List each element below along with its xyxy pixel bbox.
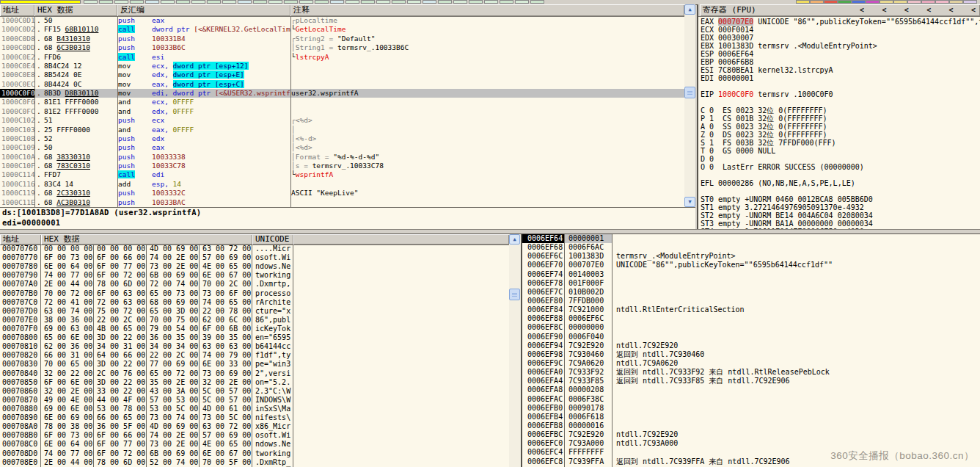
register-line[interactable]: O 0 LastErr ERROR_SUCCESS (00000000) xyxy=(701,163,980,171)
register-line[interactable]: EIP 1000C0F0 termsrv_.1000C0F0 xyxy=(701,90,980,98)
dump-row[interactable]: 0007082066 00 31 0064 00 66 0022 00 2C 0… xyxy=(0,351,509,360)
stack-row[interactable]: 0006EF987C930460返回到 ntdll.7C930460 xyxy=(522,350,980,359)
toolbar-button[interactable] xyxy=(893,0,907,4)
register-line[interactable]: P 1 CS 001B 32位 0(FFFFFFFF) xyxy=(701,115,980,123)
stack-row[interactable]: 0006EF8C00000000 xyxy=(522,323,980,332)
dump-row[interactable]: 000707E038 00 36 0022 00 2C 0070 00 75 0… xyxy=(0,316,509,325)
disasm-row[interactable]: 1000C10F.68 783C0310push10033C78│s = ter… xyxy=(0,162,684,170)
stack-row[interactable]: 0006EFAC0006F38C xyxy=(522,395,980,404)
dump-row[interactable]: 000707D063 00 74 0075 00 72 0065 00 3D 0… xyxy=(0,307,509,316)
toolbar-button[interactable] xyxy=(392,0,406,4)
toolbar-button[interactable] xyxy=(376,0,390,4)
stack-row[interactable]: 0006EFB800000016 xyxy=(522,421,980,430)
toolbar-button[interactable] xyxy=(238,0,252,4)
stack-row[interactable]: 0006EF880006EF6C xyxy=(522,314,980,323)
toolbar-button[interactable] xyxy=(515,0,529,4)
column-divider[interactable] xyxy=(117,16,118,207)
column-header-comment[interactable]: 注释 xyxy=(290,4,684,16)
register-line[interactable]: ECX 000F0014 xyxy=(701,26,980,34)
toolbar-button[interactable] xyxy=(907,0,921,4)
stack-row[interactable]: 0006EF9C7C9A0620ntdll.7C9A0620 xyxy=(522,359,980,368)
toolbar-button[interactable] xyxy=(207,0,221,4)
scroll-thumb[interactable] xyxy=(509,289,520,300)
toolbar-button[interactable] xyxy=(935,0,949,4)
dump-row[interactable]: 0007080065 00 6E 003D 00 22 0036 00 35 0… xyxy=(0,333,509,342)
disasm-row[interactable]: 1000C0F0.8B3D D8B30110movedi, dword ptr … xyxy=(0,89,684,98)
column-header-dump-unicode[interactable]: UNICODE xyxy=(252,234,293,245)
toolbar-button[interactable] xyxy=(84,0,98,4)
register-line[interactable]: EAX 000707E0 UNICODE "86"",publicKeyToke… xyxy=(701,18,980,26)
stack-row[interactable]: 0006EFBC7C92E920ntdll.7C92E920 xyxy=(522,430,980,439)
disasm-row[interactable]: 1000C0E4.8B4C24 12movecx, dword ptr [esp… xyxy=(0,62,684,70)
register-pane-chevron[interactable]: < xyxy=(971,4,976,15)
register-line[interactable]: ESI 7C80BEA1 kernel32.lstrcpyA xyxy=(701,66,980,74)
toolbar-button[interactable] xyxy=(796,0,810,4)
disasm-row[interactable]: 1000C0D8.68 B4310310push100331B4┌String2… xyxy=(0,35,684,43)
toolbar-button[interactable] xyxy=(222,0,236,4)
register-line[interactable]: D 0 xyxy=(701,155,980,163)
register-pane-chevron[interactable]: < xyxy=(926,4,931,15)
disasm-row[interactable]: 1000C116.83C4 14addesp, 14 xyxy=(0,180,684,189)
stack-row[interactable]: 0006EFA800000208 xyxy=(522,385,980,394)
register-pane-chevron[interactable]: < xyxy=(882,4,886,15)
stack-row[interactable]: 0006EFA07C933F92返回到 ntdll.7C933F92 来自 nt… xyxy=(522,368,980,377)
dump-row[interactable]: 0007076000 00 00 0000 00 00 004D 00 69 0… xyxy=(0,245,509,253)
pane-splitter[interactable] xyxy=(0,229,980,234)
column-header-dump-hex[interactable]: HEX 数据 xyxy=(41,234,252,245)
toolbar-button[interactable] xyxy=(530,0,544,4)
toolbar-button[interactable] xyxy=(268,0,282,4)
dump-row[interactable]: 000708506F 00 6E 003D 00 22 0035 00 2E 0… xyxy=(0,378,509,387)
column-header-hex[interactable]: HEX 数据 xyxy=(34,4,117,16)
toolbar-button[interactable] xyxy=(921,0,935,4)
toolbar-button[interactable] xyxy=(810,0,824,4)
dump-row[interactable]: 000707806E 00 64 006F 00 77 0073 00 2E 0… xyxy=(0,262,509,271)
disasm-row[interactable]: 1000C103.25 FFFF0000andeax, 0FFFF│ xyxy=(0,126,684,134)
register-pane-chevron[interactable]: < xyxy=(904,4,909,15)
disasm-row[interactable]: 1000C10A.68 38330310push10033338│Format … xyxy=(0,153,684,162)
disassembly-pane[interactable]: 地址 HEX 数据 反汇编 注释 1000C0D1.50pusheax┌pLoc… xyxy=(0,4,684,207)
dump-row[interactable]: 000707C072 00 41 0072 00 63 0068 00 69 0… xyxy=(0,298,509,307)
disasm-row[interactable]: 1000C0FC.81E2 FFFF0000andedx, 0FFFF xyxy=(0,107,684,116)
disasm-row[interactable]: 1000C114.FFD7calledi└wsprintfA xyxy=(0,170,684,179)
register-line[interactable]: ESP 0006EF64 xyxy=(701,50,980,58)
toolbar-button[interactable] xyxy=(361,0,375,4)
toolbar-button[interactable] xyxy=(176,0,190,4)
column-header-address[interactable]: 地址 xyxy=(0,4,34,16)
toolbar-button[interactable] xyxy=(130,0,144,4)
register-line[interactable]: ST0 empty +UNORM 0460 0012BCA8 005BB6D0 xyxy=(701,195,980,203)
stack-row[interactable]: 0006EF6C1001383Dtermsrv_.<ModuleEntryPoi… xyxy=(522,252,980,261)
toolbar-button[interactable] xyxy=(284,0,298,4)
dump-row[interactable]: 0007083070 00 65 003D 00 22 0077 00 69 0… xyxy=(0,360,509,369)
toolbar-highlight-field[interactable] xyxy=(0,0,81,4)
dump-row[interactable]: 0007081062 00 36 0034 00 31 0034 00 34 0… xyxy=(0,342,509,351)
register-line[interactable]: T 0 GS 0000 NULL xyxy=(701,147,980,155)
dump-row[interactable]: 000707B070 00 72 006F 00 63 0065 00 73 0… xyxy=(0,289,509,298)
stack-row[interactable]: 0006EF807FFDB000 xyxy=(522,297,980,305)
scroll-up-button[interactable]: ▲ xyxy=(509,234,520,245)
column-divider[interactable] xyxy=(34,16,35,207)
toolbar-button[interactable] xyxy=(880,0,893,4)
register-line[interactable]: EBX 1001383D termsrv_.<ModuleEntryPoint> xyxy=(701,42,980,50)
dump-row[interactable]: 0007084032 00 22 002C 00 76 0065 00 72 0… xyxy=(0,369,509,378)
toolbar-button[interactable] xyxy=(407,0,421,4)
dump-row[interactable]: 0007079074 00 77 006F 00 72 006B 00 69 0… xyxy=(0,271,509,280)
dump-row[interactable]: 000708906E 00 69 0066 00 65 0073 00 74 0… xyxy=(0,413,509,422)
register-line[interactable]: EDX 00030007 xyxy=(701,34,980,42)
stack-row[interactable]: 0006EF78001F000F xyxy=(522,279,980,288)
scroll-up-button[interactable]: ▲ xyxy=(684,4,695,15)
stack-row[interactable]: 0006EF680006F6AC xyxy=(522,243,980,252)
dump-row[interactable]: 000708C06E 00 64 006F 00 77 0073 00 2E 0… xyxy=(0,440,509,449)
scroll-thumb[interactable] xyxy=(684,87,695,98)
dump-pane[interactable]: 地址 HEX 数据 UNICODE 0007076000 00 00 0000 … xyxy=(0,234,509,467)
register-line[interactable] xyxy=(701,171,980,179)
toolbar-button[interactable] xyxy=(345,0,359,4)
register-line[interactable]: C 0 ES 0023 32位 0(FFFFFFFF) xyxy=(701,106,980,115)
dump-row[interactable]: 000708E02E 00 44 0078 00 6D 0052 00 74 0… xyxy=(0,458,509,467)
stack-row[interactable]: 0006EFA47C933F85返回到 ntdll.7C933F85 来自 nt… xyxy=(522,377,980,385)
stack-row[interactable]: 0006EF70000707E0UNICODE "86"",publicKeyT… xyxy=(522,261,980,269)
toolbar-button[interactable] xyxy=(438,0,452,4)
column-header-disasm[interactable]: 反汇编 xyxy=(117,4,290,16)
stack-row[interactable]: 0006EF6400000001 xyxy=(522,234,980,243)
toolbar-button[interactable] xyxy=(500,0,513,4)
dump-row[interactable]: 0007086032 00 2E 0033 00 22 0043 00 3A 0… xyxy=(0,387,509,396)
